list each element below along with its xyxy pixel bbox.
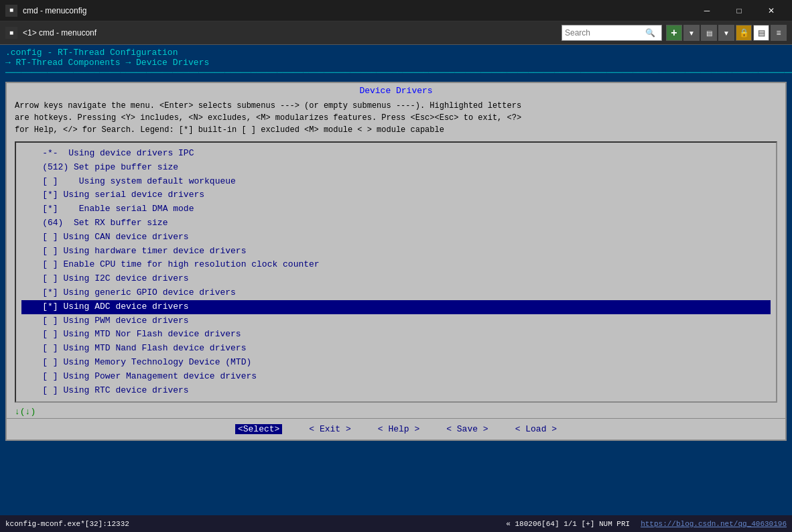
menu-item[interactable]: [ ] Using MTD Nor Flash device drivers xyxy=(21,328,771,342)
breadcrumb-path: RT-Thread Components → Device Drivers xyxy=(16,58,210,68)
search-icon: 🔍 xyxy=(645,28,655,38)
help-text: Arrow keys navigate the menu. <Enter> se… xyxy=(7,97,785,139)
view-button[interactable]: ▤ xyxy=(701,25,717,41)
menu-item[interactable]: (512) Set pipe buffer size xyxy=(21,161,771,175)
app-icon: ■ xyxy=(5,5,17,17)
menu-item[interactable]: [ ] Using Power Management device driver… xyxy=(21,370,771,384)
menu-button[interactable]: ≡ xyxy=(771,25,787,41)
menu-item[interactable]: [*] Using serial device drivers xyxy=(21,188,771,202)
status-right: « 180206[64] 1/1 [+] NUM PRI https://blo… xyxy=(506,520,787,528)
menu-container[interactable]: -*- Using device drivers IPC (512) Set p… xyxy=(15,141,777,403)
tab-label: <1> cmd - menuconf xyxy=(23,28,562,38)
lock-button[interactable]: 🔒 xyxy=(736,25,752,41)
breadcrumb: .config - RT-Thread Configuration → RT-T… xyxy=(0,45,792,80)
layout-button[interactable]: ▤ xyxy=(753,25,769,41)
window-controls: ─ □ ✕ xyxy=(691,0,787,21)
search-input[interactable] xyxy=(565,28,645,38)
action-button-4[interactable]: < Load > xyxy=(515,424,557,434)
search-box[interactable]: 🔍 xyxy=(562,25,662,41)
menu-item[interactable]: [ ] Using system default workqueue xyxy=(21,175,771,189)
status-coords: « 180206[64] 1/1 [+] NUM PRI xyxy=(506,520,630,528)
window-title: cmd - menuconfig xyxy=(23,6,691,15)
help-line-2: are hotkeys. Pressing <Y> includes, <N> … xyxy=(15,112,777,124)
action-bar: <Select>< Exit >< Help >< Save >< Load > xyxy=(7,418,785,440)
menu-item[interactable]: (64) Set RX buffer size xyxy=(21,216,771,230)
menu-item[interactable]: [ ] Using MTD Nand Flash device drivers xyxy=(21,342,771,356)
breadcrumb-arrow: → xyxy=(5,58,16,68)
status-bar: kconfig-mconf.exe*[32]:12332 « 180206[64… xyxy=(0,515,792,532)
menu-item[interactable]: [ ] Using hardware timer device drivers xyxy=(21,245,771,259)
action-button-0[interactable]: <Select> xyxy=(235,424,282,434)
tab-icon: ■ xyxy=(5,27,17,39)
menu-item[interactable]: -*- Using device drivers IPC xyxy=(21,147,771,161)
menu-item[interactable]: [ ] Using PWM device drivers xyxy=(21,314,771,328)
close-button[interactable]: ✕ xyxy=(756,0,787,21)
menu-item[interactable]: [*] Enable serial DMA mode xyxy=(21,202,771,216)
tab-bar: ■ <1> cmd - menuconf 🔍 + ▼ ▤ ▼ 🔒 ▤ ≡ xyxy=(0,21,792,45)
menu-item[interactable]: [ ] Using CAN device drivers xyxy=(21,230,771,245)
dropdown-button-1[interactable]: ▼ xyxy=(683,25,700,41)
device-drivers-panel: Device Drivers Arrow keys navigate the m… xyxy=(5,82,787,441)
menu-item[interactable]: [ ] Enable CPU time for high resolution … xyxy=(21,258,771,272)
breadcrumb-config: .config - RT-Thread Configuration xyxy=(5,48,178,58)
minimize-button[interactable]: ─ xyxy=(691,0,722,21)
terminal-area: .config - RT-Thread Configuration → RT-T… xyxy=(0,45,792,515)
menu-item[interactable]: [*] Using ADC device drivers xyxy=(21,300,771,314)
action-button-2[interactable]: < Help > xyxy=(378,424,419,434)
bottom-symbol: ↓(↓) xyxy=(7,405,785,418)
action-button-1[interactable]: < Exit > xyxy=(309,424,350,434)
help-line-3: for Help, </> for Search. Legend: [*] bu… xyxy=(15,124,777,136)
maximize-button[interactable]: □ xyxy=(724,0,754,21)
menu-item[interactable]: [ ] Using RTC device drivers xyxy=(21,384,771,398)
panel-title: Device Drivers xyxy=(7,83,785,97)
menu-item[interactable]: [*] Using generic GPIO device drivers xyxy=(21,286,771,300)
title-bar: ■ cmd - menuconfig ─ □ ✕ xyxy=(0,0,792,21)
menu-item[interactable]: [ ] Using I2C device drivers xyxy=(21,272,771,286)
help-line-1: Arrow keys navigate the menu. <Enter> se… xyxy=(15,100,777,112)
status-url[interactable]: https://blog.csdn.net/qq_40630196 xyxy=(641,520,787,528)
toolbar-buttons: + ▼ ▤ ▼ 🔒 ▤ ≡ xyxy=(666,25,787,41)
dropdown-button-2[interactable]: ▼ xyxy=(718,25,734,41)
menu-item[interactable]: [ ] Using Memory Technology Device (MTD) xyxy=(21,356,771,370)
status-left: kconfig-mconf.exe*[32]:12332 xyxy=(5,520,506,528)
action-button-3[interactable]: < Save > xyxy=(446,424,488,434)
add-button[interactable]: + xyxy=(666,25,682,41)
